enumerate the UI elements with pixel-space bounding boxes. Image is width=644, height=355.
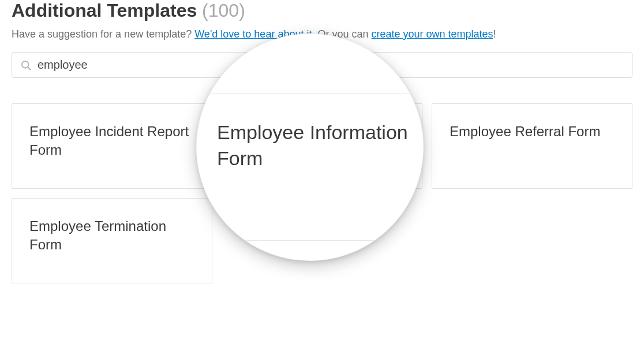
svg-line-1 <box>28 67 30 69</box>
search-icon <box>20 59 32 71</box>
magnifier-content: Employee Information Form <box>197 34 423 260</box>
template-label: Employee Incident Report Form <box>29 122 194 160</box>
suggestion-prefix: Have a suggestion for a new template? <box>12 28 194 40</box>
suggestion-suffix: ! <box>493 28 496 40</box>
magnifier-lens: Employee Information Form <box>196 33 424 261</box>
template-card-referral[interactable]: Employee Referral Form <box>432 103 632 189</box>
magnifier-divider-top <box>197 93 423 94</box>
template-label: Employee Referral Form <box>450 122 600 141</box>
template-count: (100) <box>202 0 245 21</box>
magnifier-template-title: Employee Information Form <box>217 119 411 171</box>
template-card-incident-report[interactable]: Employee Incident Report Form <box>12 103 212 189</box>
page-title-text: Additional Templates <box>12 0 197 21</box>
template-label: Employee Termination Form <box>29 217 194 255</box>
page-title: Additional Templates (100) <box>12 0 632 21</box>
template-card-termination[interactable]: Employee Termination Form <box>12 198 212 283</box>
suggestion-link-create[interactable]: create your own templates <box>371 28 493 40</box>
